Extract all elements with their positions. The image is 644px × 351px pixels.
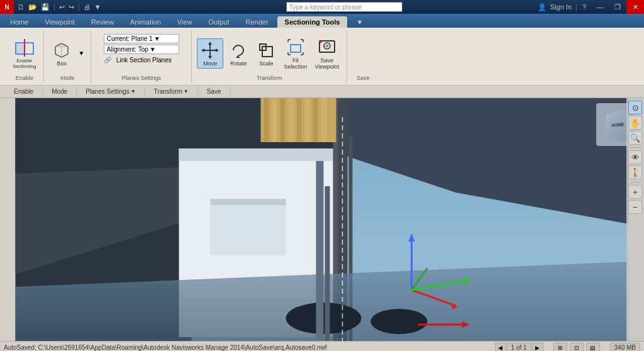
prev-page-button[interactable]: ◀ [495,343,506,352]
svg-rect-47 [321,98,326,142]
tab-output[interactable]: Output [201,16,237,28]
svg-rect-45 [305,98,310,142]
pan-button[interactable]: ✋ [628,116,642,130]
bottombar-transform[interactable]: Transform ▼ [145,87,198,96]
view-mode-btn2[interactable]: ⊡ [570,343,584,352]
statusbar-right: ◀ 1 of 1 ▶ ⊞ ⊡ ▤ 340 MB [495,343,641,352]
new-button[interactable]: 🗋 [16,3,26,11]
svg-rect-34 [211,199,286,255]
svg-marker-10 [216,48,219,52]
enable-sectioning-label: EnableSectioning [13,58,36,69]
help-button[interactable]: ? [581,3,587,11]
tab-viewpoint[interactable]: Viewpoint [37,16,82,28]
svg-rect-35 [211,199,286,205]
memory-usage: 340 MB [610,343,640,351]
dropdown-button[interactable]: ▼ [93,3,103,11]
enable-group-label: Enable [5,75,43,81]
zoom-button[interactable]: 🔍 [628,131,642,145]
view-mode-btn3[interactable]: ▤ [586,343,600,352]
svg-rect-62 [325,186,330,341]
svg-point-50 [371,309,428,334]
bottombar-enable[interactable]: Enable [5,87,43,96]
scale-label: Scale [259,60,274,67]
tab-review[interactable]: Review [84,16,121,28]
current-plane-row: Current: Plane 1 ▼ [104,34,179,43]
save-viewpoint-button[interactable]: SaveViewpoint [312,36,341,71]
orbit-button[interactable]: ⊙ [628,101,642,114]
walk-button[interactable]: 🚶 [628,165,642,179]
svg-point-26 [319,41,321,43]
rotate-icon [228,40,248,60]
nav-separator-2 [630,182,641,182]
alignment-label: Alignment: Top [107,46,148,53]
svg-rect-46 [313,98,318,142]
page-nav-group: ◀ 1 of 1 ▶ [495,343,543,352]
tab-home[interactable]: Home [3,16,36,28]
look-button[interactable]: 👁 [628,150,642,164]
close-button[interactable]: ✕ [626,0,644,14]
svg-rect-43 [289,98,294,142]
search-placeholder: Type a keyword or phrase [289,4,362,11]
tab-view[interactable]: View [170,16,200,28]
move-icon [200,40,220,60]
ribbon-bottom-bar: Enable Mode Planes Settings ▼ Transform … [0,85,644,98]
svg-marker-7 [208,42,212,45]
svg-rect-41 [272,98,277,142]
restore-button[interactable]: ❐ [609,0,626,14]
alignment-dropdown[interactable]: Alignment: Top ▼ [104,45,179,54]
title-bar: N 🗋 📂 💾 | ↩ ↪ | 🖨 ▼ Untitled Type a keyw… [0,0,644,14]
fit-selection-label: FitSelection [284,57,307,70]
minimize-button[interactable]: — [591,0,609,14]
svg-rect-13 [262,47,272,57]
svg-rect-33 [179,148,343,161]
move-button[interactable]: Move [197,38,223,69]
zoom-out-button[interactable]: − [628,200,642,214]
bottombar-save[interactable]: Save [198,87,231,96]
rotate-button[interactable]: Rotate [226,39,251,68]
ribbon-tab-bar: Home Viewpoint Review Animation View Out… [0,14,644,28]
transform-group-label: Transform [192,75,347,81]
link-icon: 🔗 [104,57,111,64]
redo-button[interactable]: ↪ [67,3,75,12]
fit-selection-icon [286,37,306,57]
main-area: HOME ⊙ ✋ 🔍 👁 🚶 + − [0,98,644,341]
tab-sectioning-tools[interactable]: Sectioning Tools [277,16,348,28]
ribbon-content: EnableSectioning Enable Box [0,28,644,85]
svg-marker-9 [201,48,204,52]
bottombar-planes-settings[interactable]: Planes Settings ▼ [77,87,145,96]
box-dropdown[interactable]: ▼ [77,48,86,58]
3d-scene [0,98,644,341]
ribbon-group-mode: Box ▼ Mode [44,30,91,82]
undo-button[interactable]: ↩ [58,3,66,12]
ribbon-group-transform: Move Rotate [192,30,347,82]
enable-sectioning-button[interactable]: EnableSectioning [10,36,38,70]
save-viewpoint-label: SaveViewpoint [314,57,339,70]
scale-button[interactable]: Scale [253,39,279,68]
zoom-in-button[interactable]: + [628,185,642,199]
link-section-planes-button[interactable]: Link Section Planes [114,55,179,65]
print-button[interactable]: 🖨 [82,3,92,11]
save-button[interactable]: 💾 [40,3,51,12]
box-icon [52,40,72,60]
tab-render[interactable]: Render [238,16,276,28]
tab-animation[interactable]: Animation [123,16,169,28]
ribbon: EnableSectioning Enable Box [0,28,644,98]
fit-selection-button[interactable]: FitSelection [281,36,309,71]
bottombar-mode[interactable]: Mode [43,87,77,96]
current-plane-dropdown[interactable]: Current: Plane 1 ▼ [104,34,179,43]
open-button[interactable]: 📂 [27,3,38,12]
ribbon-group-planes-settings: Current: Plane 1 ▼ Alignment: Top ▼ 🔗 [91,30,192,82]
box-label: Box [57,60,67,67]
tab-overflow[interactable]: ▼ [348,16,370,28]
planes-settings-col: Current: Plane 1 ▼ Alignment: Top ▼ 🔗 [104,33,179,74]
box-button[interactable]: Box [49,39,74,68]
view-mode-btn1[interactable]: ⊞ [553,343,567,352]
search-box[interactable]: Type a keyword or phrase [286,2,402,12]
next-page-button[interactable]: ▶ [532,343,543,352]
viewport-container[interactable]: HOME ⊙ ✋ 🔍 👁 🚶 + − [0,98,644,341]
current-plane-label: Current: Plane 1 [107,35,153,42]
planes-settings-group-label: Planes Settings [91,75,191,81]
ribbon-group-save: Save [347,30,379,82]
alignment-row: Alignment: Top ▼ [104,45,179,54]
sign-in-label[interactable]: Sign In [550,3,572,11]
